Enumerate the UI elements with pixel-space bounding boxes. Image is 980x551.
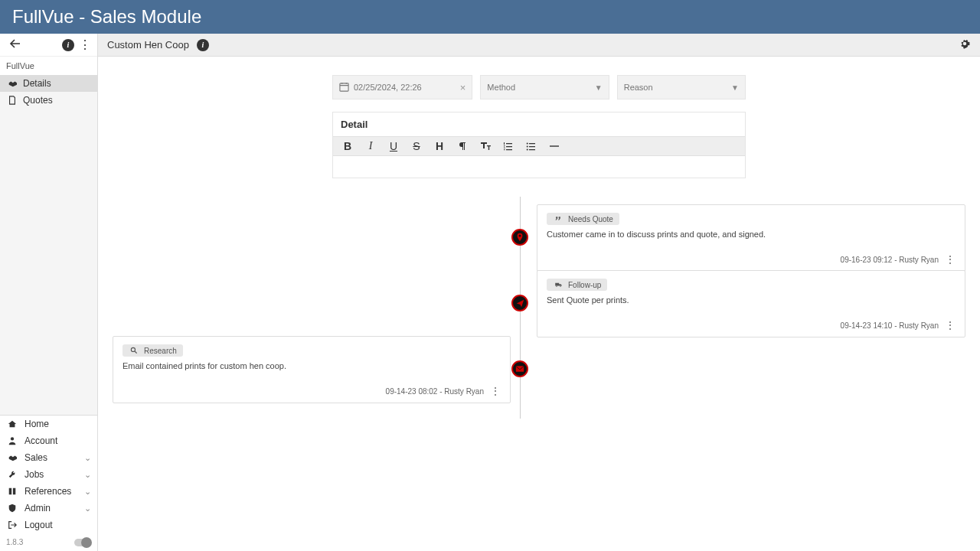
shield-icon (6, 504, 18, 513)
nav-references[interactable]: References ⌄ (0, 483, 97, 500)
info-icon[interactable]: i (62, 39, 74, 51)
method-placeholder: Method (487, 83, 515, 92)
nav-logout[interactable]: Logout (0, 517, 97, 533)
handshake-icon (6, 78, 18, 89)
chip-label: Research (144, 347, 177, 355)
editor-heading: Detail (333, 112, 745, 136)
settings-button[interactable] (959, 37, 971, 52)
clear-date-icon[interactable]: × (460, 82, 466, 93)
textsize-button[interactable] (479, 141, 492, 152)
nav-label: Logout (24, 520, 53, 530)
logout-icon (6, 520, 18, 530)
card-body: Customer came in to discuss prints and q… (547, 230, 956, 239)
back-button[interactable] (6, 35, 24, 54)
chip-label: Follow-up (568, 281, 601, 289)
heading-button[interactable]: H (433, 140, 446, 152)
card-menu-icon[interactable]: ⋮ (945, 320, 956, 331)
user-icon (6, 436, 18, 445)
timeline-node-pin (511, 229, 528, 246)
page-header: Custom Hen Coop i (98, 34, 980, 57)
date-field[interactable]: 02/25/2024, 22:26 × (332, 75, 472, 99)
method-select[interactable]: Method ▼ (480, 75, 609, 99)
status-chip: Follow-up (547, 279, 607, 291)
quote-icon (553, 214, 564, 223)
detail-editor: Detail B I U S H (332, 112, 746, 178)
caret-down-icon: ▼ (595, 83, 603, 92)
timeline-card: Research Email contained prints for cust… (113, 336, 511, 403)
ordered-list-button[interactable] (501, 141, 515, 152)
bold-button[interactable]: B (341, 140, 354, 152)
sidebar-item-label: Details (23, 78, 51, 89)
home-icon (6, 419, 18, 429)
chevron-down-icon: ⌄ (84, 487, 91, 497)
nav-jobs[interactable]: Jobs ⌄ (0, 466, 97, 483)
handshake-icon (6, 453, 18, 462)
card-body: Sent Quote per prints. (547, 295, 956, 305)
nav-label: Home (24, 419, 49, 429)
sidebar-menu-icon[interactable]: ⋮ (79, 39, 91, 51)
card-meta: 09-16-23 09:12 - Rusty Ryan (841, 256, 939, 264)
status-chip: Needs Quote (547, 213, 619, 225)
paragraph-button[interactable] (456, 141, 469, 152)
book-icon (6, 487, 18, 496)
app-title: FullVue - Sales Module (0, 0, 980, 34)
breadcrumb: FullVue (0, 57, 97, 75)
underline-button[interactable]: U (387, 140, 400, 152)
chevron-down-icon: ⌄ (84, 470, 91, 480)
theme-toggle[interactable] (74, 539, 91, 546)
timeline-node-send (511, 295, 528, 311)
timeline-card: Follow-up Sent Quote per prints. 09-14-2… (537, 270, 965, 337)
card-body: Email contained prints for custom hen co… (122, 361, 501, 370)
reason-select[interactable]: Reason ▼ (617, 75, 746, 99)
sidebar-item-quotes[interactable]: Quotes (0, 92, 97, 109)
strikethrough-button[interactable]: S (410, 140, 423, 152)
chevron-down-icon: ⌄ (84, 453, 91, 463)
sidebar-item-label: Quotes (23, 95, 53, 106)
chip-label: Needs Quote (568, 215, 613, 223)
sidebar: i ⋮ FullVue Details Quotes Home Acco (0, 34, 98, 551)
nav-label: Sales (24, 452, 47, 463)
hr-button[interactable] (547, 141, 561, 152)
nav-sales[interactable]: Sales ⌄ (0, 449, 97, 466)
reason-placeholder: Reason (624, 83, 653, 92)
document-icon (6, 95, 18, 106)
date-value: 02/25/2024, 22:26 (354, 83, 422, 92)
search-icon (129, 346, 139, 355)
sidebar-item-details[interactable]: Details (0, 75, 97, 92)
nav-label: Admin (24, 503, 51, 514)
nav-label: Jobs (24, 469, 44, 480)
calendar-icon (339, 82, 349, 93)
page-title: Custom Hen Coop (107, 39, 189, 51)
wrench-icon (6, 470, 18, 479)
card-menu-icon[interactable]: ⋮ (945, 254, 956, 265)
editor-content[interactable] (333, 156, 745, 178)
caret-down-icon: ▼ (731, 83, 739, 92)
chevron-down-icon: ⌄ (84, 504, 91, 514)
status-chip: Research (122, 344, 183, 357)
info-icon[interactable]: i (197, 39, 209, 51)
editor-toolbar: B I U S H (333, 136, 745, 156)
nav-admin[interactable]: Admin ⌄ (0, 500, 97, 517)
card-meta: 09-14-23 08:02 - Rusty Ryan (386, 387, 484, 396)
version-label: 1.8.3 (6, 538, 23, 546)
timeline-card: Needs Quote Customer came in to discuss … (537, 204, 965, 272)
card-menu-icon[interactable]: ⋮ (490, 386, 501, 396)
truck-icon (553, 280, 564, 289)
unordered-list-button[interactable] (524, 141, 538, 152)
nav-account[interactable]: Account (0, 432, 97, 449)
italic-button[interactable]: I (364, 140, 377, 152)
nav-home[interactable]: Home (0, 416, 97, 432)
nav-label: References (24, 486, 71, 497)
nav-label: Account (24, 435, 57, 446)
card-meta: 09-14-23 14:10 - Rusty Ryan (841, 321, 939, 330)
timeline-node-mail (511, 360, 528, 377)
